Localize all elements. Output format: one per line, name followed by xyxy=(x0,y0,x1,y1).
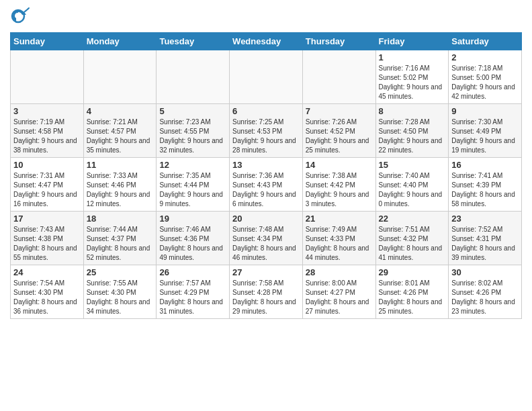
day-number: 24 xyxy=(13,267,81,277)
calendar-cell xyxy=(302,50,375,104)
day-info: Sunrise: 7:33 AM Sunset: 4:46 PM Dayligh… xyxy=(87,171,154,209)
calendar-cell: 6Sunrise: 7:25 AM Sunset: 4:53 PM Daylig… xyxy=(230,104,303,158)
day-info: Sunrise: 7:19 AM Sunset: 4:58 PM Dayligh… xyxy=(13,118,81,155)
day-number: 22 xyxy=(379,214,446,224)
day-info: Sunrise: 7:28 AM Sunset: 4:50 PM Dayligh… xyxy=(379,118,446,155)
calendar-header-wednesday: Wednesday xyxy=(230,33,303,50)
calendar-cell: 17Sunrise: 7:43 AM Sunset: 4:38 PM Dayli… xyxy=(11,212,84,265)
day-info: Sunrise: 7:40 AM Sunset: 4:40 PM Dayligh… xyxy=(379,171,446,209)
day-number: 29 xyxy=(379,267,446,277)
calendar-cell: 16Sunrise: 7:41 AM Sunset: 4:39 PM Dayli… xyxy=(449,158,522,212)
logo xyxy=(10,7,33,27)
day-info: Sunrise: 7:49 AM Sunset: 4:33 PM Dayligh… xyxy=(306,225,373,263)
day-info: Sunrise: 7:54 AM Sunset: 4:30 PM Dayligh… xyxy=(13,279,81,316)
day-info: Sunrise: 7:16 AM Sunset: 5:02 PM Dayligh… xyxy=(379,64,446,101)
day-number: 9 xyxy=(451,106,519,116)
calendar-cell: 5Sunrise: 7:23 AM Sunset: 4:55 PM Daylig… xyxy=(157,104,230,158)
calendar-cell: 30Sunrise: 8:02 AM Sunset: 4:26 PM Dayli… xyxy=(449,265,522,319)
day-info: Sunrise: 7:46 AM Sunset: 4:36 PM Dayligh… xyxy=(159,225,226,263)
calendar-cell: 26Sunrise: 7:57 AM Sunset: 4:29 PM Dayli… xyxy=(157,265,230,319)
day-info: Sunrise: 7:23 AM Sunset: 4:55 PM Dayligh… xyxy=(159,118,226,155)
calendar-cell: 13Sunrise: 7:36 AM Sunset: 4:43 PM Dayli… xyxy=(230,158,303,212)
calendar-cell: 9Sunrise: 7:30 AM Sunset: 4:49 PM Daylig… xyxy=(449,104,522,158)
calendar-cell: 7Sunrise: 7:26 AM Sunset: 4:52 PM Daylig… xyxy=(302,104,375,158)
day-info: Sunrise: 8:00 AM Sunset: 4:27 PM Dayligh… xyxy=(306,279,373,316)
calendar-header-row: SundayMondayTuesdayWednesdayThursdayFrid… xyxy=(11,33,522,50)
day-number: 1 xyxy=(379,52,446,62)
calendar-week-row: 1Sunrise: 7:16 AM Sunset: 5:02 PM Daylig… xyxy=(11,50,522,104)
day-info: Sunrise: 7:18 AM Sunset: 5:00 PM Dayligh… xyxy=(451,64,519,101)
day-number: 28 xyxy=(306,267,373,277)
day-number: 21 xyxy=(306,214,373,224)
day-number: 23 xyxy=(451,214,519,224)
calendar-cell: 25Sunrise: 7:55 AM Sunset: 4:30 PM Dayli… xyxy=(83,265,157,319)
day-number: 25 xyxy=(87,267,154,277)
calendar-header-saturday: Saturday xyxy=(449,33,522,50)
day-number: 27 xyxy=(232,267,300,277)
day-number: 7 xyxy=(306,106,373,116)
calendar-cell: 15Sunrise: 7:40 AM Sunset: 4:40 PM Dayli… xyxy=(375,158,449,212)
day-info: Sunrise: 7:26 AM Sunset: 4:52 PM Dayligh… xyxy=(306,118,373,155)
calendar-cell: 4Sunrise: 7:21 AM Sunset: 4:57 PM Daylig… xyxy=(83,104,157,158)
calendar-header-tuesday: Tuesday xyxy=(157,33,230,50)
day-number: 8 xyxy=(379,106,446,116)
day-number: 6 xyxy=(232,106,300,116)
calendar-header-monday: Monday xyxy=(83,33,157,50)
calendar-cell: 14Sunrise: 7:38 AM Sunset: 4:42 PM Dayli… xyxy=(302,158,375,212)
calendar-week-row: 24Sunrise: 7:54 AM Sunset: 4:30 PM Dayli… xyxy=(11,265,522,319)
day-number: 15 xyxy=(379,160,446,170)
calendar-cell: 12Sunrise: 7:35 AM Sunset: 4:44 PM Dayli… xyxy=(157,158,230,212)
day-info: Sunrise: 7:35 AM Sunset: 4:44 PM Dayligh… xyxy=(159,171,226,209)
day-info: Sunrise: 8:02 AM Sunset: 4:26 PM Dayligh… xyxy=(451,279,519,316)
calendar-cell: 8Sunrise: 7:28 AM Sunset: 4:50 PM Daylig… xyxy=(375,104,449,158)
day-info: Sunrise: 7:36 AM Sunset: 4:43 PM Dayligh… xyxy=(232,171,300,209)
calendar-cell: 29Sunrise: 8:01 AM Sunset: 4:26 PM Dayli… xyxy=(375,265,449,319)
day-info: Sunrise: 7:30 AM Sunset: 4:49 PM Dayligh… xyxy=(451,118,519,155)
calendar-cell: 19Sunrise: 7:46 AM Sunset: 4:36 PM Dayli… xyxy=(157,212,230,265)
calendar-cell: 1Sunrise: 7:16 AM Sunset: 5:02 PM Daylig… xyxy=(375,50,449,104)
day-number: 14 xyxy=(306,160,373,170)
day-number: 18 xyxy=(87,214,154,224)
calendar-week-row: 10Sunrise: 7:31 AM Sunset: 4:47 PM Dayli… xyxy=(11,158,522,212)
day-number: 26 xyxy=(159,267,226,277)
day-info: Sunrise: 7:43 AM Sunset: 4:38 PM Dayligh… xyxy=(13,225,81,263)
calendar-cell: 3Sunrise: 7:19 AM Sunset: 4:58 PM Daylig… xyxy=(11,104,84,158)
day-info: Sunrise: 7:21 AM Sunset: 4:57 PM Dayligh… xyxy=(87,118,154,155)
day-info: Sunrise: 7:41 AM Sunset: 4:39 PM Dayligh… xyxy=(451,171,519,209)
calendar-cell: 22Sunrise: 7:51 AM Sunset: 4:32 PM Dayli… xyxy=(375,212,449,265)
day-info: Sunrise: 7:48 AM Sunset: 4:34 PM Dayligh… xyxy=(232,225,300,263)
calendar-week-row: 3Sunrise: 7:19 AM Sunset: 4:58 PM Daylig… xyxy=(11,104,522,158)
calendar: SundayMondayTuesdayWednesdayThursdayFrid… xyxy=(10,32,522,319)
day-number: 17 xyxy=(13,214,81,224)
day-number: 19 xyxy=(159,214,226,224)
day-info: Sunrise: 7:52 AM Sunset: 4:31 PM Dayligh… xyxy=(451,225,519,263)
day-info: Sunrise: 7:55 AM Sunset: 4:30 PM Dayligh… xyxy=(87,279,154,316)
calendar-cell: 2Sunrise: 7:18 AM Sunset: 5:00 PM Daylig… xyxy=(449,50,522,104)
calendar-week-row: 17Sunrise: 7:43 AM Sunset: 4:38 PM Dayli… xyxy=(11,212,522,265)
calendar-cell: 21Sunrise: 7:49 AM Sunset: 4:33 PM Dayli… xyxy=(302,212,375,265)
day-info: Sunrise: 7:38 AM Sunset: 4:42 PM Dayligh… xyxy=(306,171,373,209)
calendar-cell: 11Sunrise: 7:33 AM Sunset: 4:46 PM Dayli… xyxy=(83,158,157,212)
calendar-cell: 20Sunrise: 7:48 AM Sunset: 4:34 PM Dayli… xyxy=(230,212,303,265)
day-info: Sunrise: 7:25 AM Sunset: 4:53 PM Dayligh… xyxy=(232,118,300,155)
day-info: Sunrise: 7:31 AM Sunset: 4:47 PM Dayligh… xyxy=(13,171,81,209)
calendar-header-sunday: Sunday xyxy=(11,33,84,50)
day-info: Sunrise: 7:44 AM Sunset: 4:37 PM Dayligh… xyxy=(87,225,154,263)
calendar-cell: 28Sunrise: 8:00 AM Sunset: 4:27 PM Dayli… xyxy=(302,265,375,319)
day-info: Sunrise: 8:01 AM Sunset: 4:26 PM Dayligh… xyxy=(379,279,446,316)
day-number: 30 xyxy=(451,267,519,277)
calendar-cell xyxy=(157,50,230,104)
day-number: 10 xyxy=(13,160,81,170)
day-number: 11 xyxy=(87,160,154,170)
day-number: 20 xyxy=(232,214,300,224)
day-info: Sunrise: 7:58 AM Sunset: 4:28 PM Dayligh… xyxy=(232,279,300,316)
calendar-cell: 10Sunrise: 7:31 AM Sunset: 4:47 PM Dayli… xyxy=(11,158,84,212)
day-number: 3 xyxy=(13,106,81,116)
day-info: Sunrise: 7:57 AM Sunset: 4:29 PM Dayligh… xyxy=(159,279,226,316)
calendar-cell: 23Sunrise: 7:52 AM Sunset: 4:31 PM Dayli… xyxy=(449,212,522,265)
day-number: 5 xyxy=(159,106,226,116)
calendar-cell xyxy=(11,50,84,104)
calendar-cell xyxy=(230,50,303,104)
calendar-cell: 18Sunrise: 7:44 AM Sunset: 4:37 PM Dayli… xyxy=(83,212,157,265)
calendar-cell: 24Sunrise: 7:54 AM Sunset: 4:30 PM Dayli… xyxy=(11,265,84,319)
